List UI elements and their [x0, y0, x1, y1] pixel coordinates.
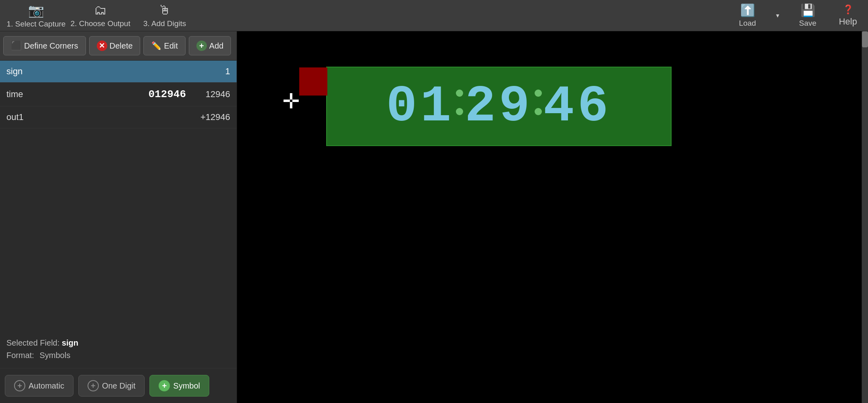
clock-digit-0: 0 [386, 77, 421, 136]
load-icon: ⬆️ [740, 3, 755, 17]
delete-button[interactable]: ✕ Delete [89, 36, 141, 55]
dot-bottom-1 [456, 108, 463, 115]
automatic-label: Automatic [29, 381, 64, 391]
step-choose-output[interactable]: 🗂 2. Choose Output [68, 0, 133, 31]
clock-text: 0 1 2 9 4 6 [386, 77, 612, 136]
symbol-label: Symbol [173, 381, 200, 391]
define-corners-button[interactable]: ⬛ Define Corners [3, 36, 86, 55]
clock-digit-2: 2 [465, 77, 499, 136]
capture-icon: 📷 [28, 3, 44, 18]
help-button[interactable]: ❓ Help [832, 0, 864, 31]
help-icon: ❓ [843, 4, 854, 15]
clock-digit-4: 4 [543, 77, 578, 136]
info-section: Selected Field: sign Format: Symbols [0, 330, 237, 368]
automatic-icon: + [14, 380, 25, 391]
field-number-out1: +12946 [198, 112, 230, 122]
field-name-sign: sign [6, 66, 186, 77]
selected-field-name: sign [62, 338, 78, 347]
field-number-time: 12946 [198, 89, 230, 100]
step-1-label: 1. Select Capture [7, 20, 66, 28]
clock-digit-1: 1 [420, 77, 454, 136]
edit-button[interactable]: ✏️ Edit [143, 36, 185, 55]
automatic-button[interactable]: + Automatic [5, 375, 74, 397]
step-2-label: 2. Choose Output [71, 19, 131, 28]
field-row-sign[interactable]: sign 1 [0, 61, 237, 83]
dot-bottom-2 [535, 108, 542, 115]
red-selection-box [299, 67, 327, 96]
dot-top-2 [535, 90, 542, 97]
one-digit-label: One Digit [102, 381, 135, 391]
action-buttons: ⬛ Define Corners ✕ Delete ✏️ Edit + Add [0, 31, 237, 61]
field-name-time: time [6, 89, 148, 100]
delete-icon: ✕ [97, 41, 107, 51]
save-icon: 💾 [801, 3, 815, 17]
add-button[interactable]: + Add [189, 36, 231, 55]
format-value: Symbols [39, 351, 70, 360]
bottom-buttons: + Automatic + One Digit + Symbol [0, 368, 237, 403]
field-name-out1: out1 [6, 112, 186, 122]
one-digit-button[interactable]: + One Digit [78, 375, 145, 397]
load-group: ⬆️ Load ▾ [723, 0, 784, 31]
add-label: Add [209, 41, 224, 51]
format-info: Format: Symbols [6, 351, 230, 360]
clock-display: 0 1 2 9 4 6 [326, 67, 672, 146]
edit-label: Edit [164, 41, 178, 51]
step-select-capture[interactable]: 📷 1. Select Capture [4, 0, 68, 31]
dot-top-1 [456, 90, 463, 97]
fields-table: sign 1 time 012946 12946 out1 +12946 [0, 61, 237, 330]
clock-digit-5: 6 [578, 77, 612, 136]
symbol-button[interactable]: + Symbol [149, 375, 209, 397]
field-display-time: 012946 [148, 88, 186, 100]
scrollbar-thumb[interactable] [862, 31, 868, 47]
toolbar: 📷 1. Select Capture 🗂 2. Choose Output 🖱… [0, 0, 868, 31]
load-dropdown[interactable]: ▾ [772, 0, 784, 31]
selected-field-info: Selected Field: sign [6, 338, 230, 348]
load-button[interactable]: ⬆️ Load [723, 0, 772, 31]
load-label: Load [739, 19, 756, 28]
step-add-digits[interactable]: 🖱 3. Add Digits [133, 0, 197, 31]
help-label: Help [839, 16, 857, 27]
field-number-sign: 1 [198, 66, 230, 77]
right-scrollbar[interactable] [862, 31, 868, 403]
right-panel: ✛ 0 1 2 9 4 6 [237, 31, 868, 403]
clock-digit-3: 9 [499, 77, 533, 136]
edit-icon: ✏️ [151, 41, 161, 51]
colon-1 [456, 90, 463, 115]
define-corners-label: Define Corners [24, 41, 78, 51]
selected-field-label: Selected Field: [6, 338, 59, 347]
format-label: Format: [6, 351, 34, 360]
save-label: Save [799, 19, 816, 28]
step-3-label: 3. Add Digits [143, 19, 186, 28]
delete-label: Delete [110, 41, 133, 51]
save-button[interactable]: 💾 Save [784, 0, 832, 31]
colon-2 [535, 90, 542, 115]
define-corners-icon: ⬛ [11, 41, 22, 51]
digits-icon: 🖱 [158, 3, 171, 18]
move-cursor-icon: ✛ [282, 91, 300, 112]
symbol-icon: + [159, 380, 170, 391]
field-row-out1[interactable]: out1 +12946 [0, 106, 237, 128]
main-layout: ⬛ Define Corners ✕ Delete ✏️ Edit + Add … [0, 31, 868, 403]
left-panel: ⬛ Define Corners ✕ Delete ✏️ Edit + Add … [0, 31, 237, 403]
add-icon: + [196, 41, 207, 51]
field-row-time[interactable]: time 012946 12946 [0, 83, 237, 106]
output-icon: 🗂 [94, 3, 107, 18]
one-digit-icon: + [88, 380, 99, 391]
